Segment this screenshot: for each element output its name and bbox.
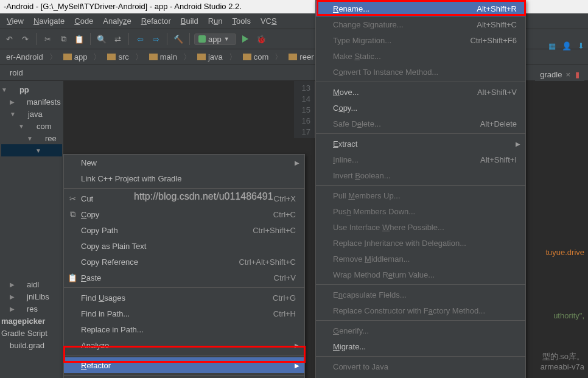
menu-separator: [316, 320, 525, 321]
menu-shortcut: Ctrl+H: [255, 309, 296, 318]
menu-item-convert-to-java: Convert to Java: [316, 359, 525, 374]
folder-icon: [17, 293, 24, 299]
folder-icon: [289, 54, 297, 60]
make-icon[interactable]: 🔨: [172, 32, 185, 46]
menu-item-label: Paste: [81, 273, 101, 282]
menu-tools[interactable]: Tools: [228, 15, 255, 27]
menu-refactor[interactable]: Refactor: [137, 15, 175, 27]
tree-row-selected[interactable]: ▼: [1, 144, 62, 156]
submenu-arrow-icon: ▶: [295, 362, 299, 369]
menu-shortcut: Ctrl+V: [256, 273, 296, 282]
find-icon[interactable]: 🔍: [95, 32, 108, 46]
menu-item-cut[interactable]: ✂CutCtrl+X: [64, 191, 304, 206]
menu-shortcut: Ctrl+Alt+Shift+C: [220, 257, 296, 267]
menu-separator: [64, 188, 304, 189]
menu-item-copy-as-plain-text[interactable]: Copy as Plain Text: [64, 238, 304, 254]
menu-build[interactable]: Build: [177, 15, 203, 27]
menu-item-copy[interactable]: ⧉CopyCtrl+C: [64, 206, 304, 222]
menu-item-label: Copy as Plain Text: [81, 242, 146, 251]
menu-item-link-c-project-with-gradle[interactable]: Link C++ Project with Gradle: [64, 170, 304, 186]
tree-row[interactable]: ▶manifests: [1, 96, 62, 108]
editor-tab[interactable]: gradle×: [540, 70, 570, 79]
menu-view[interactable]: View: [2, 15, 28, 27]
debug-icon[interactable]: 🐞: [254, 32, 268, 46]
tree-row[interactable]: ▶aidl: [1, 278, 62, 290]
menu-icon: ⧉: [68, 209, 77, 219]
breadcrumb-separator: 〉: [275, 52, 282, 63]
sdk-tool-icon[interactable]: ⬇: [578, 41, 584, 51]
menu-item-label: Replace Constructor with Factory Method.…: [333, 306, 485, 315]
menu-icon: ✂: [68, 194, 77, 203]
breadcrumb[interactable]: reer: [285, 52, 317, 62]
breadcrumb[interactable]: src: [103, 52, 132, 62]
project-tab[interactable]: roid: [0, 66, 33, 79]
menu-item-refactor[interactable]: Refactor▶: [64, 357, 304, 373]
menu-item-replace-in-path[interactable]: Replace in Path...: [64, 321, 304, 337]
breadcrumb[interactable]: java: [194, 52, 226, 62]
menu-item-push-members-down: Push Members Down...: [316, 203, 525, 219]
menu-item-change-signature: Change Signature...Alt+Shift+C: [316, 16, 525, 32]
breadcrumb[interactable]: app: [60, 52, 91, 62]
close-tab-icon[interactable]: ×: [565, 70, 570, 79]
copy-icon[interactable]: ⧉: [57, 32, 70, 46]
toolbar-separator: [36, 33, 37, 45]
menu-navigate[interactable]: Navigate: [29, 15, 69, 27]
menu-item-copy-reference[interactable]: Copy ReferenceCtrl+Alt+Shift+C: [64, 254, 304, 270]
menu-shortcut: Ctrl+G: [254, 293, 296, 303]
redo-icon[interactable]: ↷: [18, 32, 32, 46]
chevron-down-icon: ▼: [224, 36, 229, 42]
menu-item-label: Migrate...: [333, 342, 366, 351]
folder-icon: [243, 54, 251, 60]
gradle-tool-icon[interactable]: ▦: [548, 41, 556, 51]
undo-icon[interactable]: ↶: [2, 32, 16, 46]
tree-row[interactable]: ▼ree: [1, 132, 62, 144]
breadcrumb[interactable]: er-Android: [2, 52, 47, 62]
menu-item-remove-unused-resources[interactable]: Remove Unused Resources...: [316, 374, 525, 378]
breadcrumb[interactable]: main: [145, 52, 181, 62]
menu-analyze[interactable]: Analyze: [99, 15, 135, 27]
menu-item-migrate[interactable]: Migrate...: [316, 338, 525, 354]
tree-row[interactable]: ▼com: [1, 120, 62, 132]
run-config-selector[interactable]: app ▼: [194, 33, 236, 45]
menu-item-label: Move...: [333, 88, 359, 97]
cut-icon[interactable]: ✂: [41, 32, 54, 46]
menu-item-rename[interactable]: Rename...Alt+Shift+R: [316, 1, 525, 16]
tree-row[interactable]: magepicker: [1, 315, 62, 327]
menu-item-label: Analyze: [81, 341, 109, 350]
replace-icon[interactable]: ⇄: [111, 32, 124, 46]
menu-run[interactable]: Run: [204, 15, 227, 27]
menu-item-type-migration: Type Migration...Ctrl+Shift+F6: [316, 32, 525, 48]
tree-row[interactable]: ▶res: [1, 303, 62, 315]
menu-item-make-static: Make Static...: [316, 48, 525, 64]
avd-tool-icon[interactable]: 👤: [562, 41, 572, 51]
menu-item-extract[interactable]: Extract▶: [316, 136, 525, 152]
paste-icon[interactable]: 📋: [72, 32, 86, 46]
chart-icon[interactable]: ▮: [575, 70, 579, 79]
menu-item-analyze[interactable]: Analyze▶: [64, 337, 304, 353]
tree-row[interactable]: ▼java: [1, 108, 62, 120]
menu-item-copy[interactable]: Copy...: [316, 100, 525, 116]
tree-row-app[interactable]: ▼pp: [1, 83, 62, 96]
forward-icon[interactable]: ⇨: [149, 32, 163, 46]
menu-item-find-usages[interactable]: Find UsagesCtrl+G: [64, 290, 304, 306]
menu-item-copy-path[interactable]: Copy PathCtrl+Shift+C: [64, 222, 304, 238]
run-icon[interactable]: [239, 32, 252, 46]
context-menu-refactor: Rename...Alt+Shift+RChange Signature...A…: [315, 0, 526, 378]
back-icon[interactable]: ⇦: [133, 32, 147, 46]
folder-icon: [107, 54, 116, 60]
project-tree[interactable]: ▼pp ▶manifests ▼java ▼com ▼ree ▼ ▶aidl ▶…: [0, 81, 64, 378]
menu-item-label: Invert Boolean...: [333, 171, 391, 180]
menu-vcs[interactable]: VCS: [256, 15, 281, 27]
tree-row[interactable]: build.grad: [1, 339, 62, 351]
tree-row[interactable]: Gradle Script: [1, 327, 62, 339]
window-title: -Android - [G:\_MySelf\TYDriver-Android]…: [4, 2, 242, 11]
toolbar-separator: [90, 33, 91, 45]
menu-item-find-in-path[interactable]: Find in Path...Ctrl+H: [64, 306, 304, 321]
menu-shortcut: Ctrl+X: [256, 194, 296, 203]
breadcrumb[interactable]: com: [239, 52, 273, 62]
menu-item-paste[interactable]: 📋PasteCtrl+V: [64, 270, 304, 285]
menu-item-new[interactable]: New▶: [64, 155, 304, 170]
tree-row[interactable]: ▶jniLibs: [1, 290, 62, 303]
menu-code[interactable]: Code: [70, 15, 97, 27]
menu-item-move[interactable]: Move...Alt+Shift+V: [316, 84, 525, 100]
